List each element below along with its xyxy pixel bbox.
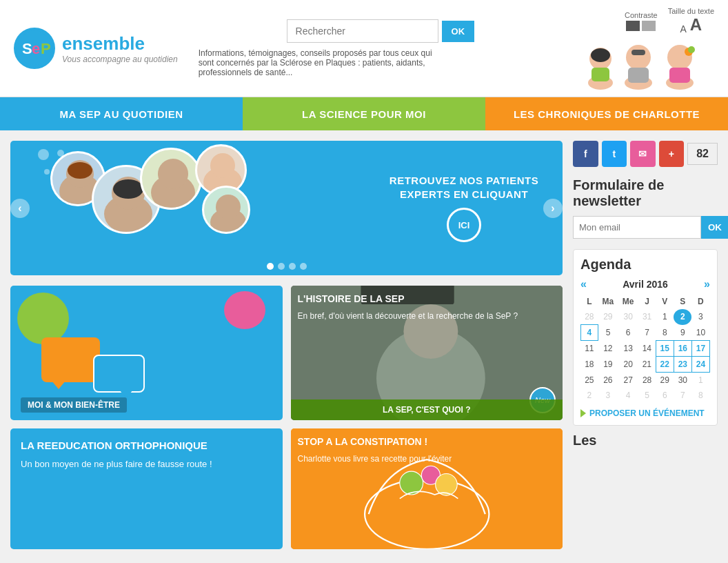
slider-dots (267, 263, 307, 270)
calendar-day[interactable]: 21 (638, 357, 656, 373)
calendar-day[interactable]: 12 (598, 341, 618, 357)
calendar-day[interactable]: 2 (674, 309, 691, 325)
svg-point-28 (158, 159, 188, 189)
calendar-days-header: L Ma Me J V S D (581, 294, 710, 309)
propose-event[interactable]: PROPOSER UN ÉVÉNEMENT (580, 408, 710, 418)
calendar-day[interactable]: 18 (581, 357, 598, 373)
text-size-small[interactable]: A (680, 23, 687, 34)
calendar-day[interactable]: 30 (618, 309, 638, 325)
logo-text: ensemble Vous accompagne au quotidien (62, 33, 178, 64)
calendar-day[interactable]: 6 (656, 388, 674, 403)
share-count: 82 (687, 143, 718, 165)
slider-text-area: RETROUVEZ NOS PATIENTS EXPERTS EN CLIQUA… (385, 174, 543, 242)
calendar-day[interactable]: 16 (674, 341, 691, 357)
share-plus-button[interactable]: + (659, 141, 685, 167)
contrast-dark[interactable] (626, 21, 640, 31)
search-button[interactable]: OK (442, 21, 475, 42)
logo-circle: S e P (14, 28, 55, 69)
card-reeducation-text: Un bon moyen de ne plus faire de fausse … (21, 458, 272, 471)
dot-2[interactable] (278, 263, 285, 270)
day-ma: Ma (598, 294, 618, 309)
email-button[interactable]: ✉ (630, 141, 656, 167)
header-right: Contraste Taille du texte A A (583, 7, 714, 90)
calendar-day[interactable]: 8 (656, 325, 674, 341)
cal-prev[interactable]: « (580, 278, 587, 290)
patient-circle-5[interactable] (202, 186, 250, 234)
card-bien-etre[interactable]: MOI & MON BIEN-ÊTRE (10, 286, 283, 420)
calendar-day[interactable]: 7 (638, 325, 656, 341)
calendar-day[interactable]: 26 (598, 373, 618, 388)
calendar-day[interactable]: 7 (674, 388, 691, 403)
los-label: Les (573, 433, 596, 448)
header: S e P ensemble Vous accompagne au quotid… (0, 0, 728, 97)
patient-circle-3[interactable] (140, 148, 202, 210)
text-size-large[interactable]: A (690, 15, 702, 34)
cards-grid: MOI & MON BIEN-ÊTRE L'HISTOIRE DE LA SEP… (10, 286, 563, 549)
calendar-body: 2829303112345678910111213141516171819202… (581, 309, 710, 403)
svg-text:S: S (22, 40, 32, 57)
calendar-day[interactable]: 25 (581, 373, 598, 388)
newsletter-input[interactable] (573, 216, 701, 239)
calendar-day[interactable]: 15 (656, 341, 674, 357)
calendar-day[interactable]: 11 (581, 341, 598, 357)
calendar-day[interactable]: 4 (581, 325, 598, 341)
contrast-light[interactable] (642, 21, 656, 31)
calendar-day[interactable]: 1 (691, 373, 709, 388)
calendar-day[interactable]: 20 (618, 357, 638, 373)
calendar-day[interactable]: 8 (691, 388, 709, 403)
slider-next[interactable]: › (543, 199, 563, 218)
day-d: D (691, 294, 709, 309)
dot-1[interactable] (267, 263, 274, 270)
nav-item-sep-quotidien[interactable]: MA SEP AU QUOTIDIEN (0, 97, 243, 130)
calendar-day[interactable]: 29 (598, 309, 618, 325)
newsletter-box: Formulaire de newsletter OK (573, 177, 718, 239)
search-input[interactable] (287, 19, 438, 43)
agenda-title: Agenda (580, 257, 710, 273)
calendar-day[interactable]: 2 (581, 388, 598, 403)
calendar-day[interactable]: 10 (691, 325, 709, 341)
calendar-day[interactable]: 17 (691, 341, 709, 357)
facebook-button[interactable]: f (573, 141, 598, 167)
text-size-label: Taille du texte (668, 7, 714, 15)
calendar-day[interactable]: 28 (581, 309, 598, 325)
day-s: S (674, 294, 691, 309)
calendar-day[interactable]: 30 (674, 373, 691, 388)
hero-slider: ‹ (10, 141, 563, 275)
slider-ici-button[interactable]: ICI (447, 208, 481, 242)
calendar-day[interactable]: 27 (618, 373, 638, 388)
calendar-day[interactable]: 13 (618, 341, 638, 357)
calendar-day[interactable]: 19 (598, 357, 618, 373)
newsletter-submit[interactable]: OK (701, 216, 728, 239)
calendar-day[interactable]: 28 (638, 373, 656, 388)
calendar-day[interactable]: 1 (656, 309, 674, 325)
calendar-day[interactable]: 29 (656, 373, 674, 388)
calendar-week: 28293031123 (581, 309, 710, 325)
slider-prev[interactable]: ‹ (10, 199, 30, 218)
card-reeducation[interactable]: LA REEDUCATION ORTHOPHONIQUE Un bon moye… (10, 428, 283, 549)
calendar-day[interactable]: 14 (638, 341, 656, 357)
calendar-day[interactable]: 5 (638, 388, 656, 403)
nav-item-charlotte[interactable]: LES CHRONIQUES DE CHARLOTTE (485, 97, 728, 130)
calendar-day[interactable]: 4 (618, 388, 638, 403)
calendar-day[interactable]: 5 (598, 325, 618, 341)
calendar-day[interactable]: 31 (638, 309, 656, 325)
calendar-day[interactable]: 6 (618, 325, 638, 341)
twitter-button[interactable]: t (602, 141, 627, 167)
cal-next[interactable]: » (704, 278, 710, 290)
calendar-day[interactable]: 3 (691, 309, 709, 325)
social-row: f t ✉ + 82 (573, 141, 718, 167)
calendar-day[interactable]: 24 (691, 357, 709, 373)
calendar-day[interactable]: 9 (674, 325, 691, 341)
dot-4[interactable] (300, 263, 307, 270)
card-constipation[interactable]: STOP A LA CONSTIPATION ! Charlotte vous … (291, 428, 563, 549)
day-l: L (581, 294, 598, 309)
agenda-box: Agenda « Avril 2016 » L Ma Me J V (573, 249, 718, 426)
card-histoire-sep[interactable]: L'HISTOIRE DE LA SEP En bref, d'où vient… (291, 286, 563, 420)
calendar-day[interactable]: 23 (674, 357, 691, 373)
dot-3[interactable] (289, 263, 296, 270)
svg-rect-10 (628, 68, 649, 83)
calendar-day[interactable]: 3 (598, 388, 618, 403)
calendar-day[interactable]: 22 (656, 357, 674, 373)
nav-item-science[interactable]: LA SCIENCE POUR MOI (243, 97, 485, 130)
search-bar: OK (199, 19, 563, 43)
